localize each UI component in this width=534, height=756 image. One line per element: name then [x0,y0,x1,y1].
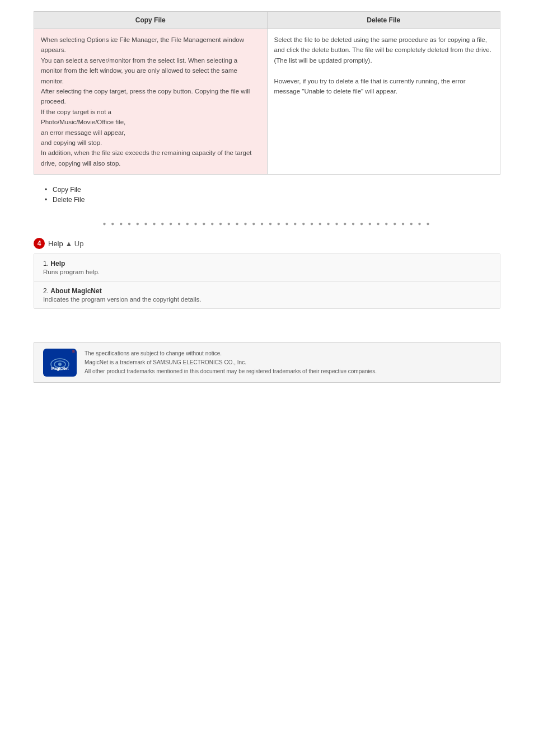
footer: MagicNet ® The specifications are subjec… [34,342,500,383]
footer-line2: MagicNet is a trademark of SAMSUNG ELECT… [85,358,377,367]
footer-line3: All other product trademarks mentioned i… [85,367,377,376]
help-item-row: 1. Help [43,260,491,267]
bullet-list: Copy File Delete File [45,186,500,204]
item-description: Runs program help. [43,269,491,275]
help-item-row: 2. About MagicNet [43,287,491,295]
help-section: 4 Help ▲ Up 1. Help Runs program help. 2… [34,238,500,309]
dot-separator: ● ● ● ● ● ● ● ● ● ● ● ● ● ● ● ● ● ● ● ● … [34,220,500,227]
footer-line1: The specifications are subject to change… [85,349,377,358]
help-items-container: 1. Help Runs program help. 2. About Magi… [34,253,500,309]
up-arrow: ▲ Up [65,240,83,248]
magicnet-logo: MagicNet ® [43,349,77,377]
help-header: 4 Help ▲ Up [34,238,500,249]
item-title: About MagicNet [50,287,101,295]
help-label: Help [48,240,63,248]
help-title: Help ▲ Up [48,240,83,248]
svg-point-3 [58,363,62,366]
footer-text: The specifications are subject to change… [85,349,377,376]
copy-file-header: Copy File [34,12,268,29]
list-item: Copy File [45,186,500,194]
item-title: Help [50,260,65,267]
help-icon: 4 [34,238,45,249]
list-item: Delete File [45,196,500,204]
item-number: 2. [43,287,50,295]
help-item-1: 1. Help Runs program help. [34,254,500,281]
file-operations-table: Copy File Delete File When selecting Opt… [34,11,500,175]
item-description: Indicates the program version and the co… [43,296,491,303]
item-number: 1. [43,260,50,267]
delete-file-content: Select the file to be deleted using the … [267,29,500,175]
copy-file-content: When selecting Options iæ File Manager, … [34,29,268,175]
delete-file-header: Delete File [267,12,500,29]
svg-text:MagicNet: MagicNet [51,367,69,371]
help-item-2: 2. About MagicNet Indicates the program … [34,281,500,308]
